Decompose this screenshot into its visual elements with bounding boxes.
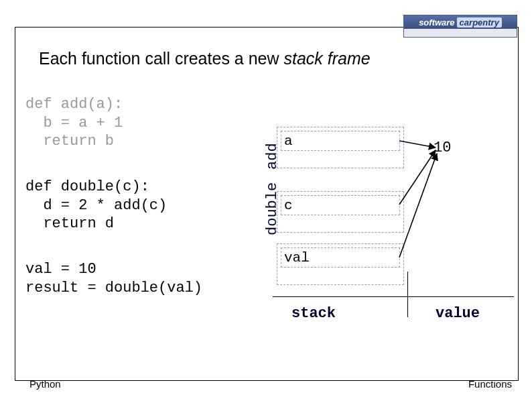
title-emphasis: stack frame [283,49,370,68]
axis-vertical [407,272,408,317]
axis-label-stack: stack [291,305,336,322]
logo-tagline [404,29,517,37]
logo-text-software: software [419,17,454,27]
variable-box-val: val [281,247,400,268]
axis-horizontal [273,296,514,297]
variable-box-a: a [281,131,400,151]
value-10: 10 [434,139,451,156]
variable-name-c: c [284,198,293,213]
variable-name-val: val [284,250,310,266]
logo-text-carpentry: carpentry [457,17,502,27]
slide-title: Each function call creates a new stack f… [39,49,371,68]
variable-name-a: a [284,133,293,149]
logo-top-bar: software carpentry [404,15,517,29]
axis-label-value: value [436,305,480,322]
code-block-main: val = 10 result = double(val) [25,260,202,297]
variable-box-c: c [281,195,400,215]
title-prefix: Each function call creates a new [39,49,283,68]
code-block-double: def double(c): d = 2 * add(c) return d [25,178,167,233]
code-block-add: def add(a): b = a + 1 return b [25,95,123,151]
footer-left: Python [29,378,61,390]
software-carpentry-logo: software carpentry [403,15,517,38]
footer-right: Functions [468,378,512,390]
